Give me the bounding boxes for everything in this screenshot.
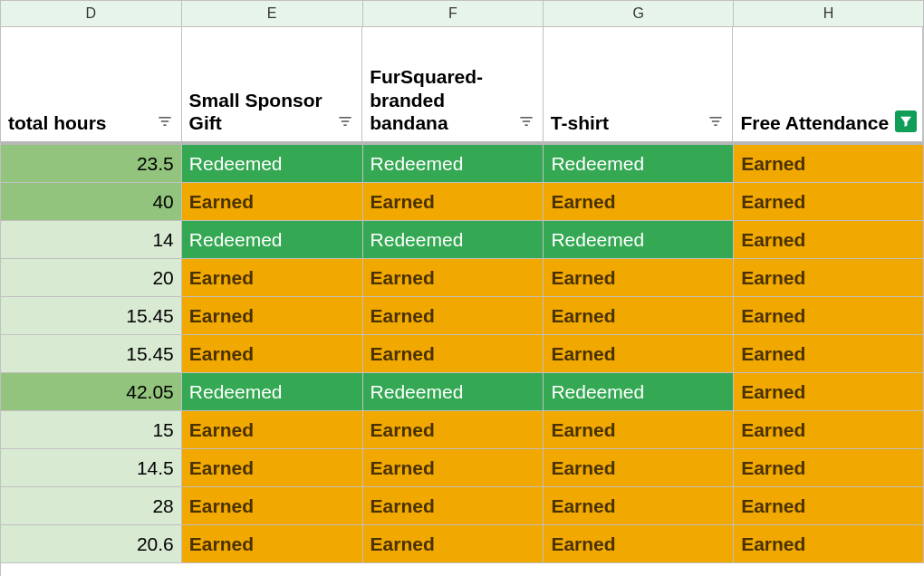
cell-hours[interactable]: 42.05 [1,373,182,411]
table-row: 20.6EarnedEarnedEarnedEarned [1,525,924,563]
header-label: Free Attendance [740,111,891,134]
cell-status[interactable]: Earned [734,335,924,373]
cell-status[interactable]: Earned [544,487,734,525]
cell-status[interactable]: Earned [734,525,924,563]
cell-status[interactable]: Earned [734,449,924,487]
cell-hours[interactable]: 15.45 [1,335,182,373]
cell-status[interactable]: Earned [544,335,734,373]
filter-icon[interactable] [705,110,727,132]
header-bandana[interactable]: FurSquared-branded bandana [362,27,544,145]
header-tshirt[interactable]: T-shirt [544,27,734,145]
cell-hours[interactable]: 14 [1,221,182,259]
cell-status[interactable]: Earned [544,525,734,563]
cell-status[interactable]: Earned [182,183,363,221]
cell-status[interactable]: Earned [182,259,363,297]
cell-status[interactable]: Earned [363,297,544,335]
cell-status[interactable]: Earned [363,487,544,525]
col-letter-G[interactable]: G [544,0,734,27]
cell-hours[interactable]: 28 [1,487,182,525]
cell-hours[interactable]: 14.5 [1,449,182,487]
table-row: 15EarnedEarnedEarnedEarned [1,411,924,449]
table-row: 14RedeemedRedeemedRedeemedEarned [1,221,924,259]
cell-status[interactable]: Redeemed [182,373,363,411]
cell-hours[interactable]: 15.45 [1,297,182,335]
table-row: 15.45EarnedEarnedEarnedEarned [1,297,924,335]
cell-status[interactable]: Earned [544,449,734,487]
cell-status[interactable]: Earned [544,297,734,335]
header-attendance[interactable]: Free Attendance [733,27,923,145]
filter-icon[interactable] [334,110,356,132]
cell-status[interactable]: Earned [182,335,363,373]
cell-status[interactable]: Earned [734,145,924,183]
cell-status[interactable]: Earned [363,449,544,487]
cell-status[interactable]: Earned [363,411,544,449]
cell-status[interactable]: Earned [182,411,363,449]
cell-status[interactable]: Redeemed [182,221,363,259]
table-row: 15.45EarnedEarnedEarnedEarned [1,335,924,373]
cell-status[interactable]: Redeemed [544,373,734,411]
table-row: 14.5EarnedEarnedEarnedEarned [1,449,924,487]
table-row: 42.05RedeemedRedeemedRedeemedEarned [1,373,924,411]
cell-hours[interactable]: 20 [1,259,182,297]
col-letter-F[interactable]: F [363,0,544,27]
table-row: 40EarnedEarnedEarnedEarned [1,183,924,221]
header-row: total hours Small Sponsor Gift FurSquare… [1,27,924,145]
cell-hours[interactable]: 23.5 [1,145,182,183]
column-letters-row: D E F G H [1,0,924,27]
header-label: Small Sponsor Gift [189,89,332,134]
cell-status[interactable]: Redeemed [182,145,363,183]
table-row: 20EarnedEarnedEarnedEarned [1,259,924,297]
filter-icon[interactable] [515,110,537,132]
cell-status[interactable]: Earned [734,411,924,449]
cell-status[interactable]: Earned [734,259,924,297]
cell-status[interactable]: Earned [363,259,544,297]
cell-status[interactable]: Redeemed [363,221,544,259]
cell-status[interactable]: Earned [734,221,924,259]
cell-status[interactable]: Redeemed [363,145,544,183]
cell-status[interactable]: Earned [734,297,924,335]
cell-status[interactable]: Redeemed [544,221,734,259]
cell-status[interactable]: Redeemed [544,145,734,183]
cell-status[interactable]: Earned [734,373,924,411]
cell-hours[interactable]: 15 [1,411,182,449]
filter-active-icon[interactable] [895,110,917,132]
cell-hours[interactable]: 20.6 [1,525,182,563]
cell-hours[interactable]: 40 [1,183,182,221]
filter-icon[interactable] [154,110,176,132]
col-letter-D[interactable]: D [1,0,182,27]
cell-status[interactable]: Earned [182,525,363,563]
col-letter-E[interactable]: E [182,0,363,27]
table-row: 28EarnedEarnedEarnedEarned [1,487,924,525]
header-label: FurSquared-branded bandana [370,65,512,134]
col-letter-H[interactable]: H [734,0,924,27]
cell-status[interactable]: Earned [544,411,734,449]
header-sponsor-gift[interactable]: Small Sponsor Gift [182,27,363,145]
header-total-hours[interactable]: total hours [1,27,182,145]
table-row: 23.5RedeemedRedeemedRedeemedEarned [1,145,924,183]
data-rows: 23.5RedeemedRedeemedRedeemedEarned40Earn… [1,145,924,563]
header-label: total hours [8,111,150,134]
cell-status[interactable]: Redeemed [363,373,544,411]
cell-status[interactable]: Earned [544,259,734,297]
cell-status[interactable]: Earned [363,183,544,221]
cell-status[interactable]: Earned [363,525,544,563]
cell-status[interactable]: Earned [734,487,924,525]
header-label: T-shirt [551,111,702,134]
cell-status[interactable]: Earned [182,487,363,525]
cell-status[interactable]: Earned [182,449,363,487]
cell-status[interactable]: Earned [544,183,734,221]
spreadsheet: D E F G H total hours Small Sponsor Gift… [0,0,924,576]
cell-status[interactable]: Earned [363,335,544,373]
cell-status[interactable]: Earned [182,297,363,335]
cell-status[interactable]: Earned [734,183,924,221]
